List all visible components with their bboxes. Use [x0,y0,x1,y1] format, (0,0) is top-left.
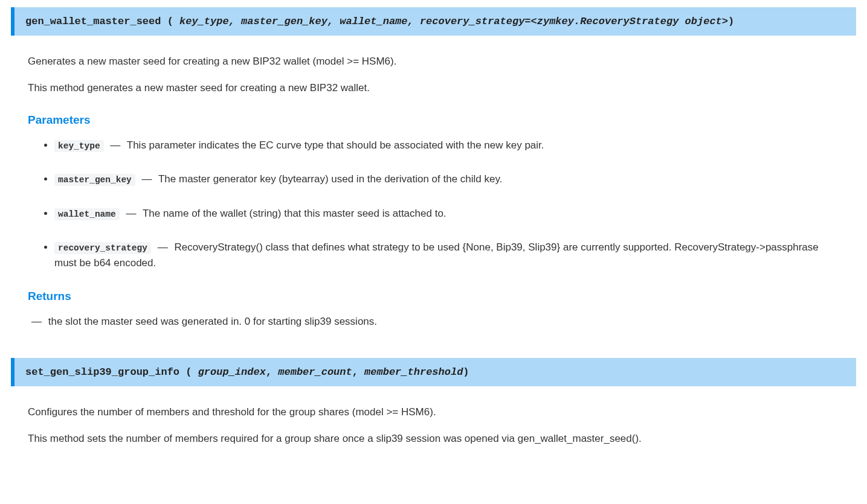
param-item: recovery_strategy — RecoveryStrategy() c… [54,240,839,272]
separator: — [110,139,120,151]
method-arg: group_index [198,366,266,378]
param-desc: This parameter indicates the EC curve ty… [127,139,544,151]
separator: — [126,208,136,219]
paren-close: ) [728,16,734,27]
method-description: This method generates a new master seed … [28,80,839,96]
method-summary: Generates a new master seed for creating… [28,54,839,69]
method-set-gen-slip39-group-info: set_gen_slip39_group_info ( group_index,… [0,358,867,446]
parameter-list: key_type — This parameter indicates the … [28,138,839,272]
method-name: gen_wallet_master_seed [25,16,161,27]
param-name: master_gen_key [54,174,135,186]
param-name: wallet_name [54,208,120,220]
method-description: This method sets the number of members r… [28,431,839,447]
returns-block: — the slot the master seed was generated… [28,314,839,330]
separator: — [158,241,168,253]
method-body: Generates a new master seed for creating… [0,54,867,329]
method-signature: gen_wallet_master_seed ( key_type, maste… [11,7,856,36]
paren-open: ( [167,16,173,27]
returns-text: the slot the master seed was generated i… [48,316,377,327]
method-summary: Configures the number of members and thr… [28,404,839,420]
comma: , [266,366,272,378]
separator: — [142,173,152,185]
method-body: Configures the number of members and thr… [0,404,867,446]
returns-heading: Returns [28,290,839,303]
param-desc: The name of the wallet (string) that thi… [143,208,446,219]
parameters-heading: Parameters [28,113,839,127]
param-item: wallet_name — The name of the wallet (st… [54,206,839,222]
method-signature: set_gen_slip39_group_info ( group_index,… [11,358,856,386]
comma: , [352,366,358,378]
param-name: key_type [54,140,104,152]
separator: — [31,316,42,327]
method-arg: member_count [278,366,352,378]
param-desc: RecoveryStrategy() class that defines wh… [54,241,819,269]
param-name: recovery_strategy [54,242,151,254]
method-name: set_gen_slip39_group_info [25,366,179,378]
param-item: key_type — This parameter indicates the … [54,138,839,153]
paren-open: ( [185,366,192,378]
param-desc: The master generator key (bytearray) use… [158,173,502,185]
method-arg: member_threshold [364,366,463,378]
paren-close: ) [463,366,469,378]
method-gen-wallet-master-seed: gen_wallet_master_seed ( key_type, maste… [0,7,867,329]
param-item: master_gen_key — The master generator ke… [54,171,839,187]
method-args: key_type, master_gen_key, wallet_name, r… [173,16,728,27]
